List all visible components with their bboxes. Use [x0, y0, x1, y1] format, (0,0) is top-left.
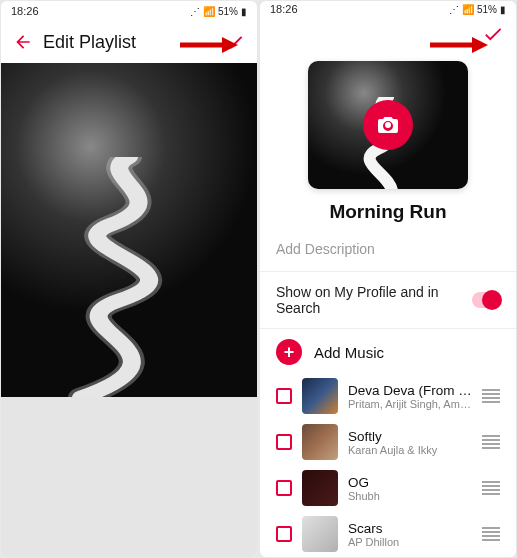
drag-handle-icon[interactable] — [482, 389, 500, 403]
song-row[interactable]: Deva Deva (From "Brah… Pritam, Arijit Si… — [276, 373, 500, 419]
checkbox[interactable] — [276, 388, 292, 404]
song-title: OG — [348, 475, 472, 490]
show-on-profile-row[interactable]: Show on My Profile and in Search — [260, 272, 516, 328]
drag-handle-icon[interactable] — [482, 527, 500, 541]
playlist-cover-card[interactable] — [308, 61, 468, 190]
status-bar: 18:26 ⋰ 📶 51% ▮ — [260, 1, 516, 17]
description-input[interactable]: Add Description — [260, 241, 516, 271]
song-artist: Karan Aujla & Ikky — [348, 444, 472, 456]
toggle-switch[interactable] — [472, 292, 500, 308]
wifi-icon: ⋰ — [190, 6, 200, 17]
song-artwork — [302, 378, 338, 414]
status-icons: ⋰ 📶 51% ▮ — [190, 6, 247, 17]
camera-button[interactable] — [363, 100, 413, 150]
song-row[interactable]: OG Shubh — [276, 465, 500, 511]
toggle-label: Show on My Profile and in Search — [276, 284, 472, 316]
phone-right: 18:26 ⋰ 📶 51% ▮ Morning Run — [260, 1, 516, 557]
song-artwork — [302, 470, 338, 506]
page-title: Edit Playlist — [43, 32, 136, 53]
song-row[interactable]: Softly Karan Aujla & Ikky — [276, 419, 500, 465]
header — [260, 17, 516, 51]
song-row[interactable]: Scars AP Dhillon — [276, 511, 500, 557]
song-title: Softly — [348, 429, 472, 444]
song-artist: Shubh — [348, 490, 472, 502]
status-icons: ⋰ 📶 51% ▮ — [449, 4, 506, 15]
phone-left: 18:26 ⋰ 📶 51% ▮ Edit Playlist — [1, 1, 257, 557]
song-artwork — [302, 424, 338, 460]
below-cover-area — [1, 397, 257, 557]
battery-icon: ▮ — [241, 6, 247, 17]
add-music-label: Add Music — [314, 344, 384, 361]
cover-image-area[interactable] — [1, 63, 257, 397]
songs-list: Deva Deva (From "Brah… Pritam, Arijit Si… — [260, 373, 516, 557]
status-time: 18:26 — [11, 5, 39, 17]
drag-handle-icon[interactable] — [482, 481, 500, 495]
checkbox[interactable] — [276, 526, 292, 542]
battery-icon: ▮ — [500, 4, 506, 15]
signal-icon: 📶 — [203, 6, 215, 17]
song-artwork — [302, 516, 338, 552]
confirm-icon[interactable] — [223, 31, 245, 53]
status-bar: 18:26 ⋰ 📶 51% ▮ — [1, 1, 257, 21]
song-title: Deva Deva (From "Brah… — [348, 383, 472, 398]
camera-icon — [376, 113, 400, 137]
playlist-cover-image — [1, 63, 257, 397]
checkbox[interactable] — [276, 434, 292, 450]
header: Edit Playlist — [1, 21, 257, 63]
back-icon[interactable] — [13, 32, 33, 52]
song-artist: Pritam, Arijit Singh, Amitabh Bha… — [348, 398, 472, 410]
wifi-icon: ⋰ — [449, 4, 459, 15]
status-time: 18:26 — [270, 3, 298, 15]
song-artist: AP Dhillon — [348, 536, 472, 548]
playlist-name[interactable]: Morning Run — [260, 201, 516, 223]
drag-handle-icon[interactable] — [482, 435, 500, 449]
plus-icon[interactable]: + — [276, 339, 302, 365]
song-title: Scars — [348, 521, 472, 536]
signal-icon: 📶 — [462, 4, 474, 15]
add-music-row[interactable]: + Add Music — [260, 329, 516, 373]
battery-text: 51% — [477, 4, 497, 15]
checkbox[interactable] — [276, 480, 292, 496]
confirm-icon[interactable] — [482, 23, 504, 45]
battery-text: 51% — [218, 6, 238, 17]
